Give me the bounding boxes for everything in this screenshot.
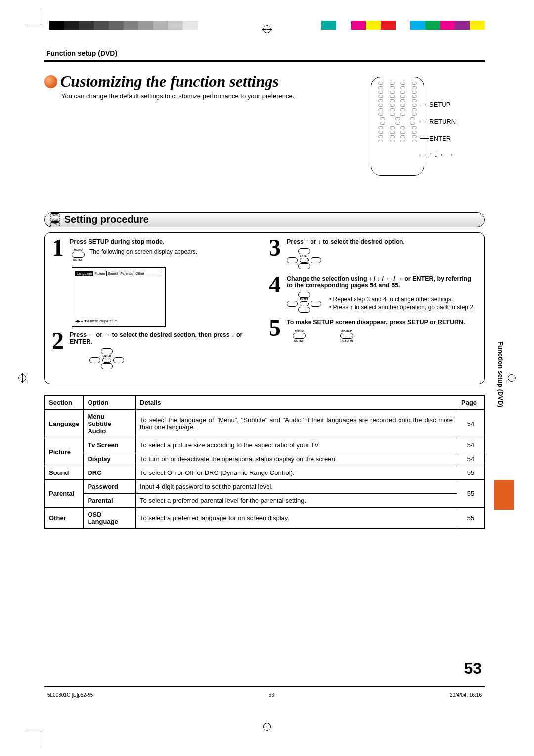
bullet-sphere-icon (44, 75, 57, 88)
section-heading-bar: DVD VCD CD Setting procedure (44, 212, 485, 227)
dpad-icon: ENTER (287, 292, 321, 313)
osd-tab-language: Language (76, 271, 93, 276)
footer-page: 53 (269, 692, 274, 698)
remote-label-enter: ENTER (429, 135, 451, 142)
step-1: 1 Press SETUP during stop mode. MENU SET… (52, 238, 260, 261)
section-heading-title: Setting procedure (64, 214, 149, 225)
page-title: Customizing the function settings (60, 72, 279, 91)
footer-date: 20/4/04, 16:16 (450, 692, 482, 698)
registration-mark-icon (17, 373, 28, 383)
col-section: Section (45, 395, 84, 409)
osd-tab-picture: Picture (93, 271, 107, 276)
step1-title: Press SETUP during stop mode. (70, 238, 260, 245)
crop-mark (25, 731, 40, 731)
crop-mark (25, 25, 40, 25)
header-section-label: Function setup (DVD) (46, 49, 485, 57)
step-number: 1 (52, 238, 70, 261)
osd-tab-other: Other (134, 271, 145, 276)
dpad-icon: ENTER (89, 348, 124, 369)
setup-button-icon: MENU SETUP (70, 248, 87, 261)
table-row: DisplayTo turn on or de-activate the ope… (45, 452, 485, 466)
col-details: Details (136, 395, 457, 409)
arrow-left-icon: ← (89, 331, 95, 338)
arrows-all-icon: ↑ / ↓ / ← / → (369, 275, 403, 282)
step-2: 2 Press ← or → to select the desired sec… (52, 331, 260, 369)
step-number: 5 (269, 319, 287, 342)
osd-preview: Language Picture Sound Parental Other ◀▶… (72, 267, 166, 327)
table-row: OtherOSD LanguageTo select a preferred l… (45, 507, 485, 528)
dpad-icon: ENTER (287, 248, 321, 269)
step-3: 3 Press ↑ or ↓ to select the desired opt… (269, 238, 477, 269)
crop-mark (40, 731, 40, 746)
crop-mark (40, 10, 40, 25)
page-number: 53 (464, 660, 482, 678)
remote-label-arrows: ↑ ↓ ← → (429, 151, 454, 158)
grayscale-calibration-bar (49, 21, 213, 30)
footer-rule (44, 686, 485, 687)
remote-label-return: RETURN (429, 118, 456, 125)
osd-tab-sound: Sound (107, 271, 119, 276)
step3-title: Press ↑ or ↓ to select the desired optio… (287, 238, 477, 245)
registration-mark-icon (506, 373, 517, 383)
step-4: 4 Change the selection using ↑ / ↓ / ← /… (269, 275, 477, 313)
side-tab-color (494, 480, 514, 510)
side-tab-label: Function setup (DVD) (497, 341, 504, 440)
table-row: PictureTv ScreenTo select a picture size… (45, 438, 485, 452)
step-5: 5 To make SETUP screen disappear, press … (269, 319, 477, 342)
header-rule (44, 60, 485, 62)
col-option: Option (84, 395, 136, 409)
remote-outline-icon (371, 77, 424, 176)
disc-badges: DVD VCD CD (50, 213, 60, 227)
settings-reference-table: Section Option Details Page LanguageMenu… (44, 395, 485, 529)
step1-desc: The following on-screen display appears. (89, 248, 197, 261)
registration-mark-icon (262, 721, 272, 732)
arrow-right-icon: → (104, 331, 110, 338)
step5-title: To make SETUP screen disappear, press SE… (287, 319, 477, 326)
table-row: LanguageMenu Subtitle AudioTo select the… (45, 409, 485, 438)
table-row: ParentalTo select a preferred parental l… (45, 493, 485, 507)
color-calibration-bar (321, 21, 485, 30)
footer-file: 5L00301C [E]p52-55 (47, 692, 93, 698)
step4-title: Change the selection using ↑ / ↓ / ← / →… (287, 275, 477, 289)
remote-diagram: SETUP RETURN ENTER ↑ ↓ ← → (371, 77, 480, 186)
step4-bullets: Repeat step 3 and 4 to change other sett… (329, 295, 475, 313)
intro-text: You can change the default settings to c… (61, 93, 299, 101)
registration-mark-icon (262, 24, 272, 35)
step-number: 3 (269, 238, 287, 269)
step-number: 2 (52, 331, 70, 369)
table-row: SoundDRCTo select On or Off for DRC (Dyn… (45, 466, 485, 479)
step-number: 4 (269, 275, 287, 313)
step2-title: Press ← or → to select the desired secti… (70, 331, 260, 345)
setup-button-icon: MENU SETUP (287, 330, 312, 342)
remote-label-setup: SETUP (429, 101, 450, 108)
print-footer: 5L00301C [E]p52-55 53 20/4/04, 16:16 (44, 692, 485, 698)
col-page: Page (457, 395, 485, 409)
osd-hint: ◀▶▲▼/Enter/Setup/Return (75, 319, 118, 323)
osd-tab-parental: Parental (119, 271, 134, 276)
return-button-icon: SP/SLP RETURN (334, 330, 359, 342)
table-row: ParentalPasswordInput 4-digit password t… (45, 479, 485, 493)
procedure-box: 1 Press SETUP during stop mode. MENU SET… (44, 232, 485, 384)
